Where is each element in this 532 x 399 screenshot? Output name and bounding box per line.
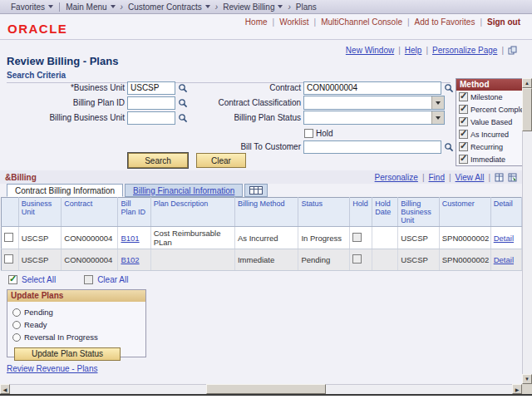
business-unit-input[interactable]: USCSP	[127, 81, 175, 95]
contract-input[interactable]: CON0000004	[303, 81, 441, 95]
business-unit-lookup-icon[interactable]	[178, 83, 188, 93]
nav-home[interactable]: Home	[245, 17, 268, 27]
column-header-status[interactable]: Status	[298, 198, 350, 227]
nav-add-to-favorites[interactable]: Add to Favorites	[415, 17, 475, 27]
billing-plan-id-lookup-icon[interactable]	[178, 98, 188, 108]
column-header-contract[interactable]: Contract	[62, 198, 118, 227]
column-header-customer[interactable]: Customer	[439, 198, 490, 227]
cell-billing-business-unit: USCSP	[398, 249, 440, 271]
row-1-select-checkbox[interactable]	[4, 233, 13, 242]
billing-business-unit-input[interactable]	[127, 111, 175, 125]
contract-lookup-icon[interactable]	[444, 83, 454, 93]
column-header-plan-description[interactable]: Plan Description	[150, 198, 234, 227]
review-revenue-plans-link[interactable]: Review Revenue - Plans	[7, 364, 98, 373]
toolbar-separator	[426, 46, 428, 55]
show-all-columns-tab[interactable]	[244, 184, 268, 197]
clear-all-icon[interactable]	[84, 275, 93, 284]
pending-radio[interactable]	[12, 308, 21, 317]
value-based-checkbox[interactable]	[459, 117, 468, 126]
column-header-detail[interactable]: Detail	[490, 198, 521, 227]
scroll-right-icon[interactable]: ▶	[512, 384, 522, 394]
help-link[interactable]: Help	[405, 46, 422, 55]
percent-complete-checkbox[interactable]	[459, 105, 468, 114]
recurring-label: Recurring	[470, 143, 503, 151]
toolbar-separator	[422, 173, 425, 182]
row-2-detail-link[interactable]: Detail	[494, 255, 514, 264]
zoom-grid-icon[interactable]	[495, 173, 504, 182]
breadcrumb-review-billing[interactable]: Review Billing	[219, 2, 287, 12]
cell-status: In Progress	[298, 227, 350, 249]
select-all-link[interactable]: Select All	[22, 275, 56, 284]
column-header-billing-business-unit[interactable]: Billing Business Unit	[398, 198, 440, 227]
reversal-in-progress-radio[interactable]	[12, 333, 21, 342]
tab-contract-billing-information[interactable]: Contract Billing Information	[7, 184, 123, 197]
scroll-down-icon[interactable]: ▼	[522, 374, 532, 384]
nav-sign-out[interactable]: Sign out	[487, 17, 520, 27]
column-header-hold-date[interactable]: Hold Date	[372, 198, 398, 227]
copy-url-icon[interactable]	[508, 46, 517, 55]
ready-radio[interactable]	[12, 321, 21, 329]
breadcrumb-customer-contracts[interactable]: Customer Contracts	[124, 2, 214, 12]
page-toolbar: New Window Help Personalize Page	[346, 46, 517, 55]
contract-classification-select[interactable]	[303, 96, 445, 110]
column-header-business-unit[interactable]: Business Unit	[18, 198, 62, 227]
tab-label: Billing Financial Information	[133, 186, 234, 195]
billing-plan-id-input[interactable]	[127, 96, 175, 110]
hold-filter-checkbox[interactable]	[304, 129, 313, 138]
personalize-page-link[interactable]: Personalize Page	[432, 46, 497, 55]
cell-hold-date	[372, 227, 398, 249]
scroll-left-icon[interactable]: ◀	[0, 384, 10, 394]
tab-billing-financial-information[interactable]: Billing Financial Information	[125, 184, 243, 197]
immediate-checkbox[interactable]	[459, 155, 468, 164]
cell-billing-business-unit: USCSP	[398, 227, 440, 249]
column-header-bill-plan-id[interactable]: Bill Plan ID	[118, 198, 150, 227]
view-all-link[interactable]: View All	[456, 173, 485, 182]
billing-plan-status-select[interactable]	[303, 111, 445, 125]
breadcrumb-item-label: Customer Contracts	[128, 2, 202, 12]
row-2-select-checkbox[interactable]	[4, 254, 13, 264]
billing-plan-status-label: Billing Plan Status	[190, 113, 301, 122]
billing-business-unit-lookup-icon[interactable]	[178, 113, 188, 123]
milestone-checkbox[interactable]	[459, 92, 468, 101]
bill-to-customer-lookup-icon[interactable]	[444, 142, 454, 152]
nav-multichannel-console[interactable]: MultiChannel Console	[321, 17, 402, 27]
chevron-down-icon	[278, 5, 283, 8]
clear-all-link[interactable]: Clear All	[97, 275, 128, 284]
breadcrumb-favorites[interactable]: Favorites	[7, 2, 57, 12]
ready-label: Ready	[24, 320, 47, 329]
personalize-link[interactable]: Personalize	[375, 173, 418, 182]
cell-business-unit: USCSP	[18, 249, 62, 271]
breadcrumb-main-menu[interactable]: Main Menu	[62, 2, 119, 12]
grid-icon	[249, 186, 263, 195]
select-all-icon[interactable]	[8, 275, 17, 284]
clear-button[interactable]: Clear	[196, 153, 246, 168]
breadcrumb-plans[interactable]: Plans	[292, 2, 321, 12]
bill-plan-b102-link[interactable]: B102	[121, 255, 139, 264]
update-plan-status-button[interactable]: Update Plan Status	[14, 347, 121, 361]
hold-filter-label: Hold	[316, 129, 333, 138]
business-unit-value: USCSP	[131, 83, 159, 92]
find-link[interactable]: Find	[428, 173, 444, 182]
value-based-label: Value Based	[470, 118, 512, 126]
new-window-link[interactable]: New Window	[346, 46, 394, 55]
nav-worklist[interactable]: Worklist	[279, 17, 308, 27]
search-button[interactable]: Search	[128, 153, 188, 168]
chevron-down-icon	[431, 96, 444, 109]
cell-contract: CON0000004	[62, 249, 118, 271]
billing-business-unit-label: Billing Business Unit	[7, 113, 125, 122]
column-header-billing-method[interactable]: Billing Method	[234, 198, 298, 227]
column-header-hold[interactable]: Hold	[350, 198, 372, 227]
row-1-detail-link[interactable]: Detail	[494, 234, 514, 243]
bill-plan-b101-link[interactable]: B101	[121, 234, 139, 243]
vertical-scrollbar-thumb[interactable]	[522, 88, 532, 131]
milestone-label: Milestone	[470, 93, 503, 101]
cell-customer: SPN0000002	[439, 227, 490, 249]
bill-to-customer-input[interactable]	[303, 140, 441, 154]
download-grid-icon[interactable]	[508, 173, 517, 182]
recurring-checkbox[interactable]	[459, 142, 468, 151]
scroll-up-icon[interactable]: ▲	[522, 78, 532, 88]
billing-plan-id-label: Billing Plan ID	[7, 98, 125, 107]
as-incurred-checkbox[interactable]	[459, 130, 468, 139]
horizontal-scrollbar-thumb[interactable]	[206, 384, 326, 394]
field-billing-plan-status: Billing Plan Status	[190, 111, 445, 125]
